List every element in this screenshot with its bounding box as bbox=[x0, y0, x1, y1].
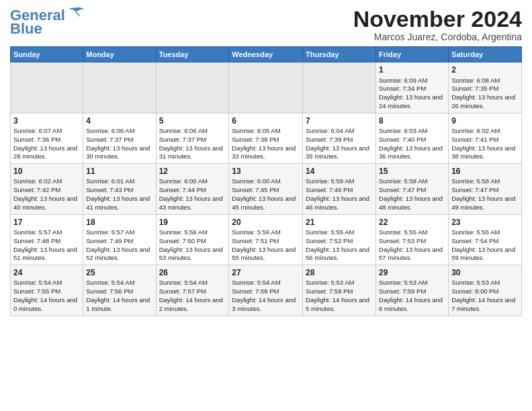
day-number: 18 bbox=[86, 217, 152, 228]
calendar-cell: 2Sunrise: 6:08 AMSunset: 7:35 PMDaylight… bbox=[449, 62, 522, 113]
day-number: 14 bbox=[306, 166, 373, 177]
day-number: 4 bbox=[86, 116, 152, 126]
day-number: 13 bbox=[232, 166, 300, 177]
calendar-cell bbox=[83, 62, 156, 113]
day-info: Sunrise: 5:53 AMSunset: 7:59 PMDaylight:… bbox=[379, 279, 443, 312]
logo-bird-icon bbox=[66, 7, 85, 20]
day-header-wednesday: Wednesday bbox=[229, 47, 303, 62]
day-number: 30 bbox=[451, 267, 519, 278]
day-number: 23 bbox=[451, 217, 519, 228]
day-number: 21 bbox=[306, 217, 373, 228]
day-info: Sunrise: 6:07 AMSunset: 7:36 PMDaylight:… bbox=[13, 127, 77, 160]
calendar-cell: 15Sunrise: 5:58 AMSunset: 7:47 PMDayligh… bbox=[376, 164, 449, 214]
calendar-cell: 18Sunrise: 5:57 AMSunset: 7:49 PMDayligh… bbox=[83, 214, 156, 265]
day-header-saturday: Saturday bbox=[449, 47, 522, 62]
day-info: Sunrise: 5:55 AMSunset: 7:52 PMDaylight:… bbox=[306, 228, 369, 261]
calendar-header: SundayMondayTuesdayWednesdayThursdayFrid… bbox=[11, 47, 522, 62]
calendar-cell: 3Sunrise: 6:07 AMSunset: 7:36 PMDaylight… bbox=[11, 113, 83, 163]
day-info: Sunrise: 5:54 AMSunset: 7:55 PMDaylight:… bbox=[13, 279, 77, 312]
calendar-cell: 6Sunrise: 6:05 AMSunset: 7:38 PMDaylight… bbox=[229, 113, 303, 163]
calendar-cell: 12Sunrise: 6:00 AMSunset: 7:44 PMDayligh… bbox=[156, 164, 229, 214]
day-info: Sunrise: 6:06 AMSunset: 7:37 PMDaylight:… bbox=[159, 127, 223, 160]
calendar-cell: 22Sunrise: 5:55 AMSunset: 7:53 PMDayligh… bbox=[376, 214, 449, 265]
calendar-cell: 29Sunrise: 5:53 AMSunset: 7:59 PMDayligh… bbox=[376, 265, 449, 316]
day-number: 26 bbox=[159, 267, 226, 278]
day-info: Sunrise: 5:54 AMSunset: 7:58 PMDaylight:… bbox=[232, 279, 296, 312]
calendar-cell: 21Sunrise: 5:55 AMSunset: 7:52 PMDayligh… bbox=[303, 214, 376, 265]
day-number: 3 bbox=[13, 116, 80, 126]
calendar-week-5: 24Sunrise: 5:54 AMSunset: 7:55 PMDayligh… bbox=[11, 265, 522, 316]
day-number: 10 bbox=[13, 166, 80, 177]
day-info: Sunrise: 5:57 AMSunset: 7:49 PMDaylight:… bbox=[86, 228, 150, 261]
day-info: Sunrise: 6:00 AMSunset: 7:44 PMDaylight:… bbox=[159, 177, 223, 210]
day-info: Sunrise: 5:53 AMSunset: 8:00 PMDaylight:… bbox=[451, 279, 515, 312]
day-info: Sunrise: 5:57 AMSunset: 7:48 PMDaylight:… bbox=[13, 228, 77, 261]
calendar-cell: 17Sunrise: 5:57 AMSunset: 7:48 PMDayligh… bbox=[11, 214, 83, 265]
calendar-cell: 11Sunrise: 6:01 AMSunset: 7:43 PMDayligh… bbox=[83, 164, 156, 214]
calendar-cell: 27Sunrise: 5:54 AMSunset: 7:58 PMDayligh… bbox=[229, 265, 303, 316]
day-info: Sunrise: 6:04 AMSunset: 7:39 PMDaylight:… bbox=[306, 127, 369, 160]
calendar-cell: 30Sunrise: 5:53 AMSunset: 8:00 PMDayligh… bbox=[449, 265, 522, 316]
day-number: 8 bbox=[379, 116, 445, 126]
day-info: Sunrise: 6:06 AMSunset: 7:37 PMDaylight:… bbox=[86, 127, 150, 160]
day-number: 11 bbox=[86, 166, 152, 177]
day-number: 27 bbox=[232, 267, 300, 278]
day-number: 24 bbox=[13, 267, 80, 278]
day-number: 2 bbox=[451, 64, 519, 75]
calendar-cell: 4Sunrise: 6:06 AMSunset: 7:37 PMDaylight… bbox=[83, 113, 156, 163]
day-number: 16 bbox=[451, 166, 519, 177]
title-area: November 2024 Marcos Juarez, Cordoba, Ar… bbox=[353, 7, 522, 42]
day-number: 7 bbox=[306, 116, 373, 126]
day-info: Sunrise: 5:55 AMSunset: 7:54 PMDaylight:… bbox=[451, 228, 515, 261]
day-info: Sunrise: 6:08 AMSunset: 7:35 PMDaylight:… bbox=[451, 77, 515, 109]
day-number: 28 bbox=[306, 267, 373, 278]
day-header-sunday: Sunday bbox=[11, 47, 83, 62]
calendar-cell: 16Sunrise: 5:58 AMSunset: 7:47 PMDayligh… bbox=[449, 164, 522, 214]
calendar-cell: 26Sunrise: 5:54 AMSunset: 7:57 PMDayligh… bbox=[156, 265, 229, 316]
day-info: Sunrise: 5:56 AMSunset: 7:51 PMDaylight:… bbox=[232, 228, 296, 261]
calendar-cell: 14Sunrise: 5:59 AMSunset: 7:46 PMDayligh… bbox=[303, 164, 376, 214]
calendar-cell: 28Sunrise: 5:53 AMSunset: 7:58 PMDayligh… bbox=[303, 265, 376, 316]
day-info: Sunrise: 5:56 AMSunset: 7:50 PMDaylight:… bbox=[159, 228, 223, 261]
day-info: Sunrise: 6:09 AMSunset: 7:34 PMDaylight:… bbox=[379, 77, 443, 109]
calendar-cell bbox=[303, 62, 376, 113]
location: Marcos Juarez, Cordoba, Argentina bbox=[353, 32, 522, 42]
calendar-cell: 9Sunrise: 6:02 AMSunset: 7:41 PMDaylight… bbox=[449, 113, 522, 163]
calendar-cell: 8Sunrise: 6:03 AMSunset: 7:40 PMDaylight… bbox=[376, 113, 449, 163]
page-header: General Blue November 2024 Marcos Juarez… bbox=[10, 7, 522, 42]
day-info: Sunrise: 5:54 AMSunset: 7:56 PMDaylight:… bbox=[86, 279, 150, 312]
calendar-week-2: 3Sunrise: 6:07 AMSunset: 7:36 PMDaylight… bbox=[11, 113, 522, 163]
calendar-cell bbox=[11, 62, 83, 113]
day-number: 5 bbox=[159, 116, 226, 126]
day-info: Sunrise: 6:01 AMSunset: 7:43 PMDaylight:… bbox=[86, 177, 150, 210]
day-info: Sunrise: 6:05 AMSunset: 7:38 PMDaylight:… bbox=[232, 127, 296, 160]
day-header-tuesday: Tuesday bbox=[156, 47, 229, 62]
calendar-cell: 10Sunrise: 6:02 AMSunset: 7:42 PMDayligh… bbox=[11, 164, 83, 214]
calendar-cell: 23Sunrise: 5:55 AMSunset: 7:54 PMDayligh… bbox=[449, 214, 522, 265]
calendar-cell: 19Sunrise: 5:56 AMSunset: 7:50 PMDayligh… bbox=[156, 214, 229, 265]
day-number: 15 bbox=[379, 166, 445, 177]
day-info: Sunrise: 5:58 AMSunset: 7:47 PMDaylight:… bbox=[451, 177, 515, 210]
day-number: 20 bbox=[232, 217, 300, 228]
calendar-cell bbox=[229, 62, 303, 113]
calendar-cell: 13Sunrise: 6:00 AMSunset: 7:45 PMDayligh… bbox=[229, 164, 303, 214]
day-info: Sunrise: 5:53 AMSunset: 7:58 PMDaylight:… bbox=[306, 279, 369, 312]
calendar-cell: 7Sunrise: 6:04 AMSunset: 7:39 PMDaylight… bbox=[303, 113, 376, 163]
day-info: Sunrise: 6:02 AMSunset: 7:42 PMDaylight:… bbox=[13, 177, 77, 210]
calendar-cell: 20Sunrise: 5:56 AMSunset: 7:51 PMDayligh… bbox=[229, 214, 303, 265]
calendar-cell: 24Sunrise: 5:54 AMSunset: 7:55 PMDayligh… bbox=[11, 265, 83, 316]
day-info: Sunrise: 5:59 AMSunset: 7:46 PMDaylight:… bbox=[306, 177, 369, 210]
day-info: Sunrise: 6:02 AMSunset: 7:41 PMDaylight:… bbox=[451, 127, 515, 160]
day-number: 25 bbox=[86, 267, 152, 278]
day-number: 19 bbox=[159, 217, 226, 228]
day-info: Sunrise: 5:55 AMSunset: 7:53 PMDaylight:… bbox=[379, 228, 443, 261]
logo-blue: Blue bbox=[10, 20, 42, 38]
calendar-week-1: 1Sunrise: 6:09 AMSunset: 7:34 PMDaylight… bbox=[11, 62, 522, 113]
calendar-week-4: 17Sunrise: 5:57 AMSunset: 7:48 PMDayligh… bbox=[11, 214, 522, 265]
day-number: 6 bbox=[232, 116, 300, 126]
day-header-thursday: Thursday bbox=[303, 47, 376, 62]
day-number: 9 bbox=[451, 116, 519, 126]
calendar-week-3: 10Sunrise: 6:02 AMSunset: 7:42 PMDayligh… bbox=[11, 164, 522, 214]
day-header-monday: Monday bbox=[83, 47, 156, 62]
calendar-cell bbox=[156, 62, 229, 113]
